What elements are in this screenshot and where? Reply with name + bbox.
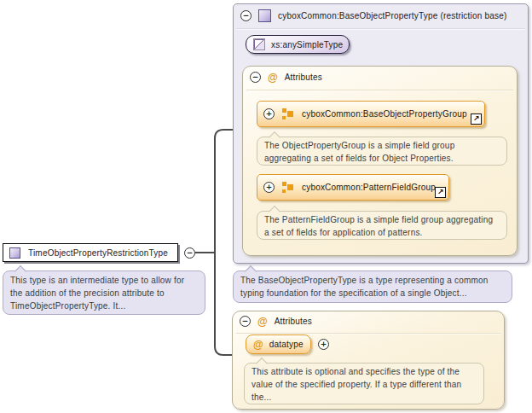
node-label: TimeObjectPropertyRestrictionType	[28, 248, 168, 258]
expand-toggle-icon[interactable]: +	[263, 182, 275, 193]
node-time-object-property-restriction-type[interactable]: TimeObjectPropertyRestrictionType	[3, 243, 178, 262]
attribute-datatype[interactable]: @ datatype	[246, 334, 311, 354]
attributes-title: Attributes	[275, 317, 312, 326]
collapse-toggle-icon[interactable]: −	[240, 316, 251, 327]
base-type-description-bubble: The BaseObjectPropertyType is a type rep…	[233, 270, 512, 303]
base-object-property-type-container: − cyboxCommon:BaseObjectPropertyType (re…	[233, 3, 529, 264]
attributes-header: − @ Attributes	[250, 72, 322, 83]
attribute-description-bubble: This attribute is optional and specifies…	[244, 363, 484, 404]
local-attributes-section: − @ Attributes @ datatype + This attribu…	[232, 311, 505, 410]
collapse-toggle-icon[interactable]: −	[240, 10, 252, 21]
container-title: cyboxCommon:BaseObjectPropertyType (rest…	[278, 11, 506, 20]
attributes-header: − @ Attributes	[240, 316, 312, 327]
xs-any-simple-type-node[interactable]: xs:anySimpleType	[246, 35, 350, 54]
collapse-toggle-icon[interactable]: −	[184, 247, 195, 259]
group-pattern-field-group[interactable]: + cyboxCommon:PatternFieldGroup ↗	[257, 174, 449, 201]
group-label: cyboxCommon:PatternFieldGroup	[302, 183, 436, 192]
container-header: − cyboxCommon:BaseObjectPropertyType (re…	[240, 9, 506, 22]
simple-type-label: xs:anySimpleType	[271, 40, 343, 49]
node-description-bubble: This type is an intermediate type to all…	[3, 270, 205, 315]
simple-type-icon	[253, 38, 265, 50]
attribute-at-icon: @	[268, 73, 278, 83]
link-icon[interactable]: ↗	[435, 187, 446, 198]
group-label: cyboxCommon:BaseObjectPropertyGroup	[302, 109, 467, 119]
base-attributes-section: − @ Attributes + cyboxCommon:BaseObjectP…	[242, 66, 518, 256]
expand-toggle-icon[interactable]: +	[318, 339, 329, 350]
attribute-group-icon	[282, 108, 294, 119]
group-base-object-property-group[interactable]: + cyboxCommon:BaseObjectPropertyGroup ↗	[257, 101, 485, 127]
attribute-at-icon: @	[253, 340, 263, 350]
group-description-bubble: The PatternFieldGroup is a simple field …	[257, 211, 507, 240]
expand-toggle-icon[interactable]: +	[263, 108, 275, 119]
attribute-group-icon	[282, 182, 294, 193]
attribute-label: datatype	[269, 340, 304, 349]
complex-type-icon	[9, 247, 20, 259]
collapse-toggle-icon[interactable]: −	[250, 72, 261, 83]
divider	[246, 90, 513, 91]
attribute-at-icon: @	[257, 317, 268, 327]
divider	[237, 28, 524, 30]
complex-type-icon	[258, 9, 271, 22]
link-icon[interactable]: ↗	[471, 113, 482, 125]
attributes-title: Attributes	[285, 73, 322, 82]
group-description-bubble: The ObjectPropertyGroup is a simple fiel…	[257, 137, 507, 166]
